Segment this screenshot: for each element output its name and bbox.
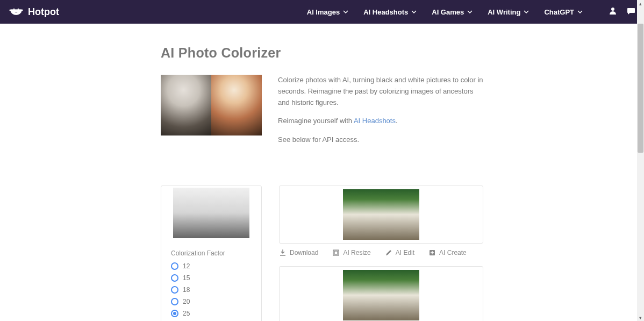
nav-ai-writing[interactable]: AI Writing bbox=[488, 8, 529, 16]
page-title: AI Photo Colorizer bbox=[161, 45, 483, 61]
result-image[interactable] bbox=[343, 270, 419, 320]
factor-option-12[interactable]: 12 bbox=[171, 262, 252, 270]
svg-rect-2 bbox=[334, 251, 338, 254]
nav-chatgpt[interactable]: ChatGPT bbox=[544, 8, 583, 16]
radio-icon bbox=[171, 274, 178, 282]
hero-image bbox=[161, 75, 262, 135]
chevron-down-icon bbox=[343, 10, 348, 13]
radio-icon bbox=[171, 298, 178, 305]
vertical-scrollbar[interactable]: ▴ ▾ bbox=[637, 0, 644, 321]
nav-label: AI Writing bbox=[488, 8, 520, 16]
intro-section: Colorize photos with AI, turning black a… bbox=[161, 75, 483, 153]
chevron-down-icon bbox=[577, 10, 583, 13]
resize-icon bbox=[332, 249, 340, 256]
nav-label: ChatGPT bbox=[544, 8, 574, 16]
edit-action[interactable]: AI Edit bbox=[385, 249, 414, 256]
radio-label: 12 bbox=[183, 262, 190, 270]
intro-paragraph-2: Reimagine yourself with AI Headshots. bbox=[278, 116, 483, 127]
nav-ai-games[interactable]: AI Games bbox=[432, 8, 473, 16]
action-label: AI Resize bbox=[343, 249, 370, 256]
chevron-down-icon bbox=[524, 10, 529, 13]
nav-label: AI Images bbox=[307, 8, 340, 16]
resize-action[interactable]: AI Resize bbox=[332, 249, 370, 256]
scrollbar-thumb[interactable] bbox=[638, 24, 643, 153]
factor-option-15[interactable]: 15 bbox=[171, 274, 252, 282]
chevron-down-icon bbox=[411, 10, 417, 13]
result-card-1: Download AI Resize AI Edit AI Creat bbox=[279, 186, 483, 256]
radio-label: 18 bbox=[183, 286, 190, 294]
main-navigation: AI Images AI Headshots AI Games AI Writi… bbox=[307, 6, 635, 17]
action-label: AI Edit bbox=[396, 249, 414, 256]
nav-label: AI Headshots bbox=[363, 8, 408, 16]
factor-radio-group: 12 15 18 20 bbox=[171, 262, 252, 317]
top-navbar: Hotpot AI Images AI Headshots AI Games A… bbox=[0, 0, 644, 24]
intro-paragraph-3: See below for API access. bbox=[278, 134, 483, 146]
radio-icon bbox=[171, 262, 178, 270]
hero-color-half bbox=[211, 75, 262, 135]
download-icon bbox=[279, 249, 287, 256]
create-action[interactable]: AI Create bbox=[428, 249, 467, 256]
radio-icon bbox=[171, 310, 178, 317]
factor-label: Colorization Factor bbox=[171, 249, 252, 257]
nav-ai-images[interactable]: AI Images bbox=[307, 8, 348, 16]
main-content: AI Photo Colorizer Colorize photos with … bbox=[2, 24, 642, 321]
nav-label: AI Games bbox=[432, 8, 464, 16]
result-image[interactable] bbox=[343, 189, 419, 240]
pencil-icon bbox=[385, 249, 392, 256]
chat-icon[interactable] bbox=[627, 6, 635, 17]
factor-option-25[interactable]: 25 bbox=[171, 310, 252, 317]
factor-option-18[interactable]: 18 bbox=[171, 286, 252, 294]
header-right-icons bbox=[609, 6, 635, 17]
results-panel: Download AI Resize AI Edit AI Creat bbox=[279, 186, 483, 321]
user-icon[interactable] bbox=[609, 6, 617, 17]
hero-bw-half bbox=[161, 75, 211, 135]
input-panel: Colorization Factor 12 15 18 bbox=[161, 186, 262, 321]
result-card-2: Download AI Resize AI Edit AI Creat bbox=[279, 266, 483, 321]
action-label: Download bbox=[290, 249, 318, 256]
nav-ai-headshots[interactable]: AI Headshots bbox=[363, 8, 417, 16]
download-action[interactable]: Download bbox=[279, 249, 318, 256]
result-image-container bbox=[279, 186, 483, 244]
chevron-down-icon bbox=[467, 10, 473, 13]
radio-label: 25 bbox=[183, 310, 190, 317]
scroll-up-arrow[interactable]: ▴ bbox=[637, 0, 644, 7]
intro-paragraph-1: Colorize photos with AI, turning black a… bbox=[278, 75, 483, 108]
radio-label: 15 bbox=[183, 274, 190, 282]
radio-icon bbox=[171, 286, 178, 294]
svg-point-0 bbox=[611, 8, 614, 11]
brand-logo[interactable]: Hotpot bbox=[9, 6, 59, 18]
result-image-container bbox=[279, 266, 483, 321]
work-area: Colorization Factor 12 15 18 bbox=[161, 186, 483, 321]
input-image-thumbnail[interactable] bbox=[173, 188, 249, 238]
result-actions: Download AI Resize AI Edit AI Creat bbox=[279, 244, 483, 256]
pot-icon bbox=[9, 6, 24, 17]
brand-name: Hotpot bbox=[28, 6, 59, 18]
factor-option-20[interactable]: 20 bbox=[171, 298, 252, 305]
action-label: AI Create bbox=[439, 249, 467, 256]
scroll-down-arrow[interactable]: ▾ bbox=[637, 314, 644, 321]
radio-label: 20 bbox=[183, 298, 190, 305]
intro-copy: Colorize photos with AI, turning black a… bbox=[278, 75, 483, 153]
ai-headshots-link[interactable]: AI Headshots bbox=[354, 117, 396, 125]
plus-icon bbox=[428, 249, 436, 256]
